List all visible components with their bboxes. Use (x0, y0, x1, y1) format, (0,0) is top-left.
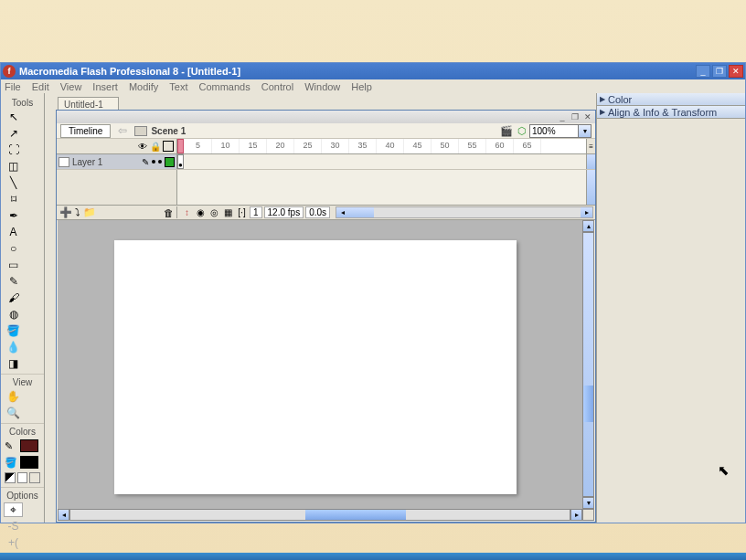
fill-color-swatch[interactable] (20, 456, 38, 469)
stage-vscroll-thumb[interactable] (583, 386, 593, 422)
timeline-hscroll[interactable]: ◂ ▸ (336, 206, 593, 218)
back-arrow-icon[interactable]: ⇦ (118, 124, 127, 137)
edit-scene-icon[interactable]: 🎬 (500, 125, 512, 137)
scroll-thumb[interactable] (348, 207, 374, 217)
ruler-tick: 20 (267, 139, 294, 153)
stage-hscroll-thumb[interactable] (305, 510, 406, 520)
ruler-tick: 35 (349, 139, 377, 153)
pen-tool-icon[interactable]: ✒ (4, 208, 23, 223)
menu-help[interactable]: Help (351, 81, 372, 92)
playhead-icon[interactable] (177, 139, 184, 153)
menu-control[interactable]: Control (261, 81, 293, 92)
align-panel-header[interactable]: ▶ Align & Info & Transform (597, 106, 745, 119)
onion-skin-outlines-icon[interactable]: ◎ (208, 206, 220, 218)
scene-icon (134, 126, 147, 136)
eyedropper-tool-icon[interactable]: 💧 (4, 340, 23, 354)
zoom-input[interactable]: 100% (529, 124, 579, 138)
snap-option-icon[interactable]: ⌖ (4, 502, 23, 517)
expand-icon: ▶ (600, 108, 605, 116)
eraser-tool-icon[interactable]: ◨ (4, 356, 23, 371)
ruler-menu-icon[interactable]: ≡ (586, 139, 595, 153)
fill-bucket-icon: 🪣 (5, 457, 17, 469)
menu-text[interactable]: Text (169, 81, 187, 92)
onion-skin-icon[interactable]: ◉ (195, 206, 207, 218)
stage-canvas[interactable] (114, 240, 517, 494)
layer-row[interactable]: Layer 1 ✎ (57, 154, 177, 169)
scroll-right-icon[interactable]: ▸ (581, 207, 592, 217)
keyframe-icon[interactable] (177, 154, 184, 169)
eye-column-icon[interactable]: 👁 (137, 141, 148, 152)
doc-close-icon[interactable]: ✕ (582, 112, 593, 122)
zoom-dropdown-icon[interactable]: ▾ (579, 124, 591, 138)
edit-symbols-icon[interactable]: ⬡ (516, 125, 528, 137)
layer-lock-dot-icon[interactable] (158, 160, 162, 164)
doc-maximize-icon[interactable]: ❐ (570, 112, 581, 122)
doc-minimize-icon[interactable]: _ (557, 112, 568, 122)
stroke-color-swatch[interactable] (20, 439, 38, 452)
modify-onion-markers-icon[interactable]: [·] (236, 206, 248, 218)
oval-tool-icon[interactable]: ○ (4, 241, 23, 256)
elapsed-time: 0.0s (305, 206, 330, 218)
no-color-button[interactable] (17, 472, 28, 483)
outline-column-icon[interactable] (163, 141, 174, 152)
paint-bucket-tool-icon[interactable]: 🪣 (4, 323, 23, 338)
add-motion-guide-icon[interactable]: ⤵ (75, 206, 80, 218)
default-colors-button[interactable] (5, 472, 16, 483)
menu-window[interactable]: Window (304, 81, 340, 92)
frame-ruler[interactable]: 5 10 15 20 25 30 35 40 45 50 55 60 (177, 139, 586, 153)
minimize-button[interactable]: _ (696, 65, 710, 78)
swap-colors-button[interactable] (29, 472, 40, 483)
smooth-option-icon[interactable]: -S (4, 519, 23, 534)
lock-column-icon[interactable]: 🔒 (150, 141, 161, 152)
stage-vscroll-track[interactable] (582, 232, 594, 497)
stage-scroll-right-icon[interactable]: ▸ (570, 509, 582, 521)
menu-modify[interactable]: Modify (129, 81, 158, 92)
layer-visible-dot-icon[interactable] (152, 160, 155, 164)
menu-view[interactable]: View (60, 81, 82, 92)
selection-tool-icon[interactable]: ↖ (4, 110, 23, 124)
hand-tool-icon[interactable]: ✋ (4, 389, 23, 404)
scroll-left-icon[interactable]: ◂ (336, 207, 348, 217)
line-tool-icon[interactable]: ╲ (4, 175, 23, 190)
menu-edit[interactable]: Edit (32, 81, 49, 92)
straighten-option-icon[interactable]: +( (4, 535, 23, 550)
subselection-tool-icon[interactable]: ↗ (4, 126, 23, 141)
stage-scroll-left-icon[interactable]: ◂ (58, 509, 69, 521)
scene-name: Scene 1 (151, 126, 498, 136)
stroke-pencil-icon: ✎ (5, 440, 17, 452)
ink-bottle-tool-icon[interactable]: ◍ (4, 307, 23, 322)
timeline-vscroll-track[interactable] (586, 170, 595, 205)
timeline-button[interactable]: Timeline (60, 124, 111, 138)
frame-track[interactable] (177, 154, 586, 169)
center-frame-icon[interactable]: ↕ (181, 206, 193, 218)
close-button[interactable]: ✕ (729, 65, 743, 78)
menu-file[interactable]: File (5, 81, 21, 92)
layer-outline-swatch[interactable] (165, 157, 175, 167)
stage-scroll-down-icon[interactable]: ▾ (582, 497, 594, 509)
delete-layer-icon[interactable]: 🗑 (164, 207, 174, 218)
rectangle-tool-icon[interactable]: ▭ (4, 258, 23, 272)
maximize-button[interactable]: ❐ (712, 65, 727, 78)
app-icon: f (3, 65, 16, 78)
free-transform-tool-icon[interactable]: ⛶ (4, 143, 23, 157)
titlebar: f Macromedia Flash Professional 8 - [Unt… (1, 63, 745, 79)
lasso-tool-icon[interactable]: ⌑ (4, 192, 23, 206)
pencil-tool-icon[interactable]: ✎ (4, 274, 23, 289)
zoom-tool-icon[interactable]: 🔍 (4, 406, 23, 420)
timeline-vscroll[interactable] (586, 154, 595, 169)
insert-layer-icon[interactable]: ➕ (59, 206, 72, 218)
insert-folder-icon[interactable]: 📁 (83, 206, 96, 218)
stage-area[interactable] (58, 220, 594, 509)
color-panel-header[interactable]: ▶ Color (597, 93, 745, 106)
text-tool-icon[interactable]: A (4, 225, 23, 239)
menu-commands[interactable]: Commands (198, 81, 250, 92)
menu-insert[interactable]: Insert (92, 81, 118, 92)
layer-type-icon (59, 157, 69, 167)
edit-multiple-frames-icon[interactable]: ▦ (222, 206, 234, 218)
stage-hscroll-track[interactable] (69, 509, 570, 521)
gradient-transform-tool-icon[interactable]: ◫ (4, 159, 23, 174)
layer-name[interactable]: Layer 1 (72, 157, 139, 167)
brush-tool-icon[interactable]: 🖌 (4, 291, 23, 305)
stage-scroll-up-icon[interactable]: ▴ (582, 220, 594, 232)
expand-icon: ▶ (600, 95, 605, 103)
